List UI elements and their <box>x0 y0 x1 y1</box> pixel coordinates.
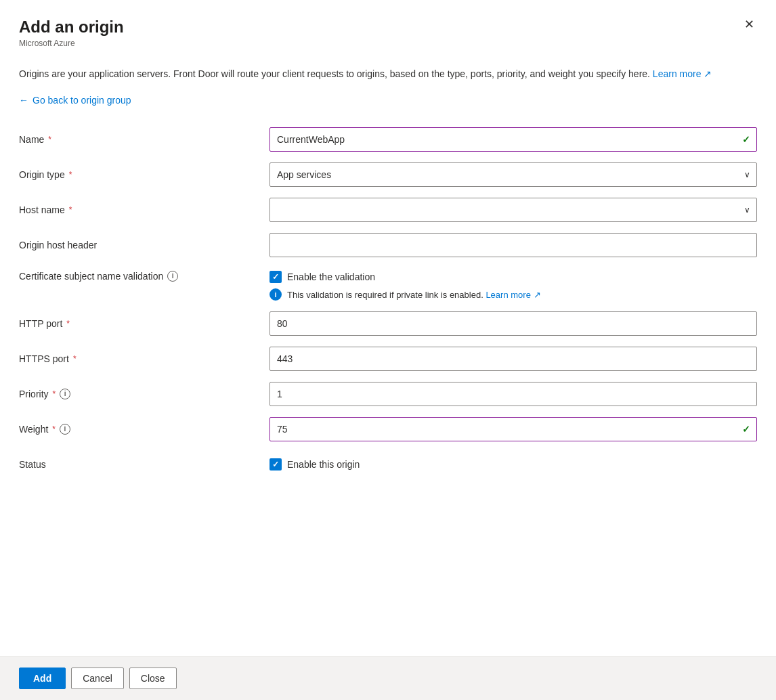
status-checkbox-row: ✓ Enable this origin <box>270 458 757 471</box>
name-label: Name * <box>19 134 270 145</box>
status-label: Status <box>19 459 270 470</box>
origin-host-header-label: Origin host header <box>19 240 270 250</box>
panel-footer: Add Cancel Close <box>0 656 776 700</box>
host-name-select[interactable] <box>270 198 757 222</box>
priority-info-icon[interactable]: i <box>60 389 70 399</box>
status-row: Status ✓ Enable this origin <box>19 447 757 482</box>
priority-required: * <box>53 389 56 399</box>
panel-title: Add an origin <box>19 16 757 37</box>
panel-header: Add an origin Microsoft Azure ✕ <box>0 0 776 56</box>
origin-host-header-row: Origin host header <box>19 227 757 263</box>
description-text: Origins are your application servers. Fr… <box>19 67 757 81</box>
back-arrow-icon: ← <box>19 95 28 106</box>
https-port-row: HTTPS port * <box>19 341 757 376</box>
name-row: Name * ✓ <box>19 122 757 157</box>
name-input-wrapper: ✓ <box>270 127 757 152</box>
status-control: ✓ Enable this origin <box>270 458 757 471</box>
priority-label: Priority * i <box>19 389 270 399</box>
status-enable-checkbox[interactable]: ✓ <box>270 458 282 471</box>
name-control: ✓ <box>270 127 757 152</box>
origin-type-control: App services Storage Cloud service Custo… <box>270 162 757 187</box>
https-port-required: * <box>73 354 77 364</box>
http-port-row: HTTP port * <box>19 306 757 341</box>
priority-row: Priority * i <box>19 376 757 412</box>
weight-row: Weight * i ✓ <box>19 412 757 447</box>
cert-info-circle: i <box>270 288 282 301</box>
add-button[interactable]: Add <box>19 668 66 689</box>
name-input[interactable] <box>270 127 757 152</box>
weight-input[interactable] <box>270 417 757 441</box>
cert-learn-more-link[interactable]: Learn more ↗ <box>486 290 540 300</box>
origin-host-header-input[interactable] <box>270 233 757 257</box>
weight-input-wrapper: ✓ <box>270 417 757 441</box>
close-icon: ✕ <box>744 17 754 32</box>
cert-validation-row: Certificate subject name validation i ✓ … <box>19 263 757 306</box>
host-name-row: Host name * ∨ <box>19 192 757 227</box>
https-port-control <box>270 347 757 371</box>
external-link-icon: ↗ <box>704 68 712 79</box>
origin-type-select[interactable]: App services Storage Cloud service Custo… <box>270 162 757 187</box>
http-port-label: HTTP port * <box>19 318 270 329</box>
cert-validation-control: ✓ Enable the validation i This validatio… <box>270 271 757 301</box>
origin-type-label: Origin type * <box>19 169 270 180</box>
go-back-label: Go back to origin group <box>33 95 131 106</box>
host-name-label: Host name * <box>19 204 270 215</box>
cert-info-icon[interactable]: i <box>167 271 178 282</box>
origin-type-row: Origin type * App services Storage Cloud… <box>19 157 757 192</box>
https-port-input[interactable] <box>270 347 757 371</box>
http-port-control <box>270 311 757 336</box>
origin-host-header-control <box>270 233 757 257</box>
host-name-control: ∨ <box>270 198 757 222</box>
priority-control <box>270 382 757 406</box>
close-icon-button[interactable]: ✕ <box>738 14 760 35</box>
panel-subtitle: Microsoft Azure <box>19 39 757 48</box>
cert-enable-checkbox[interactable]: ✓ <box>270 271 282 283</box>
cert-validation-info: i This validation is required if private… <box>270 288 757 301</box>
origin-type-required: * <box>69 170 72 179</box>
weight-info-icon[interactable]: i <box>60 424 70 435</box>
host-name-required: * <box>69 205 72 215</box>
cert-check-icon: ✓ <box>272 273 279 281</box>
weight-valid-icon: ✓ <box>742 424 750 435</box>
weight-label: Weight * i <box>19 424 270 435</box>
status-check-icon: ✓ <box>272 460 279 468</box>
close-button[interactable]: Close <box>129 668 177 689</box>
priority-input[interactable] <box>270 382 757 406</box>
cert-info-text: This validation is required if private l… <box>287 290 541 300</box>
weight-required: * <box>52 424 56 434</box>
status-enable-label: Enable this origin <box>287 459 360 470</box>
http-port-input[interactable] <box>270 311 757 336</box>
panel-content: Origins are your application servers. Fr… <box>0 56 776 656</box>
https-port-label: HTTPS port * <box>19 353 270 364</box>
http-port-required: * <box>66 319 70 328</box>
form-section: Name * ✓ Origin type * <box>19 122 757 482</box>
name-required: * <box>48 135 51 144</box>
add-origin-panel: Add an origin Microsoft Azure ✕ Origins … <box>0 0 776 700</box>
cert-external-icon: ↗ <box>534 290 541 300</box>
host-name-select-wrapper: ∨ <box>270 198 757 222</box>
learn-more-link-description[interactable]: Learn more ↗ <box>653 68 712 79</box>
cert-enable-label: Enable the validation <box>287 271 375 282</box>
origin-type-select-wrapper: App services Storage Cloud service Custo… <box>270 162 757 187</box>
cancel-button[interactable]: Cancel <box>71 668 124 689</box>
cert-checkbox-row: ✓ Enable the validation <box>270 271 757 283</box>
go-back-link[interactable]: ← Go back to origin group <box>19 95 131 106</box>
cert-validation-label: Certificate subject name validation i <box>19 271 270 282</box>
weight-control: ✓ <box>270 417 757 441</box>
name-valid-icon: ✓ <box>742 134 750 145</box>
